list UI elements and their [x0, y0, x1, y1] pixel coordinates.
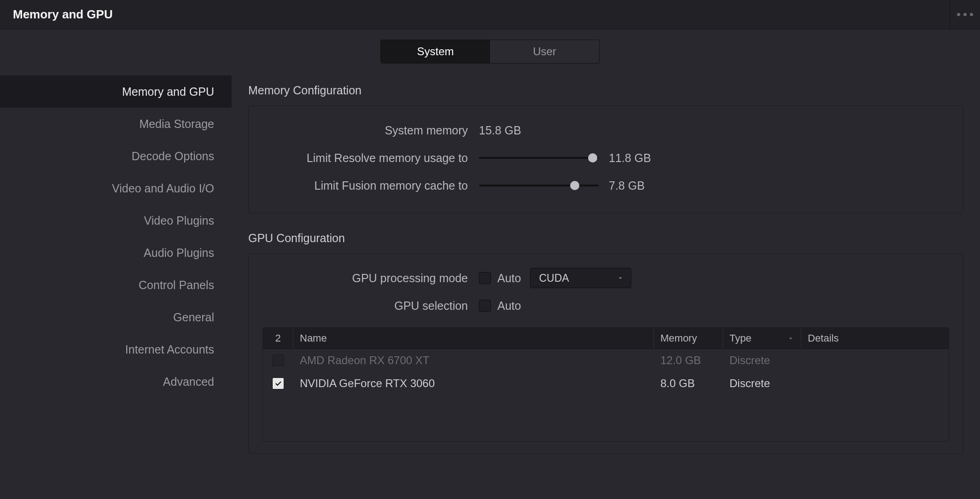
sidebar-item-label: Video Plugins [144, 214, 214, 227]
sidebar-item-label: Advanced [163, 375, 214, 389]
gpu-selection-row: GPU selection Auto [262, 293, 949, 318]
dot-icon [963, 13, 967, 16]
gpu-type-header-label: Type [729, 332, 752, 344]
chevron-down-icon [787, 335, 794, 342]
more-menu-button[interactable] [950, 0, 977, 29]
gpu-mode-select-value: CUDA [539, 272, 569, 284]
gpu-row-checkbox[interactable] [272, 354, 284, 366]
sidebar-item-label: Video and Audio I/O [112, 182, 214, 195]
main-content: Memory Configuration System memory 15.8 … [232, 73, 980, 499]
system-memory-label: System memory [262, 124, 479, 137]
gpu-mode-row: GPU processing mode Auto CUDA [262, 266, 949, 290]
sidebar-item-label: Internet Accounts [125, 343, 214, 356]
gpu-row-memory: 12.0 GB [654, 349, 723, 372]
gpu-row[interactable]: AMD Radeon RX 6700 XT 12.0 GB Discrete [263, 349, 949, 372]
sidebar-item-video-plugins[interactable]: Video Plugins [0, 204, 232, 237]
gpu-name-header[interactable]: Name [293, 328, 654, 348]
gpu-count-header: 2 [263, 328, 293, 348]
sidebar-item-control-panels[interactable]: Control Panels [0, 269, 232, 301]
sidebar-item-media-storage[interactable]: Media Storage [0, 108, 232, 140]
resolve-memory-slider[interactable] [479, 157, 599, 159]
gpu-memory-header[interactable]: Memory [654, 328, 723, 348]
dot-icon [957, 13, 960, 16]
titlebar: Memory and GPU [0, 0, 980, 29]
resolve-memory-label: Limit Resolve memory usage to [262, 151, 479, 165]
sidebar-item-audio-plugins[interactable]: Audio Plugins [0, 237, 232, 269]
fusion-memory-row: Limit Fusion memory cache to 7.8 GB [262, 173, 949, 198]
sidebar-item-label: Memory and GPU [122, 85, 214, 99]
sidebar-item-memory-and-gpu[interactable]: Memory and GPU [0, 75, 232, 108]
sidebar-item-label: Decode Options [132, 150, 214, 163]
gpu-table: 2 Name Memory Type Details [262, 327, 949, 441]
titlebar-title: Memory and GPU [13, 7, 113, 22]
memory-section-title: Memory Configuration [248, 84, 963, 97]
fusion-memory-slider[interactable] [479, 185, 599, 186]
gpu-section-title: GPU Configuration [248, 232, 963, 245]
gpu-mode-select[interactable]: CUDA [530, 268, 631, 288]
sidebar-item-decode-options[interactable]: Decode Options [0, 140, 232, 172]
gpu-selection-label: GPU selection [262, 299, 479, 313]
resolve-memory-value: 11.8 GB [609, 151, 651, 165]
sidebar-item-internet-accounts[interactable]: Internet Accounts [0, 333, 232, 366]
top-tabs: System User [380, 40, 600, 64]
gpu-mode-auto-checkbox[interactable] [479, 272, 491, 284]
gpu-row[interactable]: NVIDIA GeForce RTX 3060 8.0 GB Discrete [263, 372, 949, 395]
body: Memory and GPU Media Storage Decode Opti… [0, 73, 980, 499]
sidebar-item-video-and-audio-io[interactable]: Video and Audio I/O [0, 172, 232, 204]
sidebar-item-label: Control Panels [139, 279, 214, 292]
memory-panel: System memory 15.8 GB Limit Resolve memo… [248, 105, 963, 213]
gpu-row-details [801, 349, 949, 372]
dot-icon [970, 13, 973, 16]
gpu-selection-auto-checkbox[interactable] [479, 300, 491, 312]
gpu-type-header[interactable]: Type [723, 328, 801, 348]
gpu-table-header: 2 Name Memory Type Details [263, 328, 949, 349]
gpu-row-checkbox[interactable] [272, 377, 284, 389]
sidebar-item-label: General [173, 311, 214, 324]
chevron-down-icon [616, 274, 624, 282]
gpu-mode-auto-label: Auto [497, 272, 521, 285]
gpu-row-name: NVIDIA GeForce RTX 3060 [293, 372, 654, 395]
slider-thumb[interactable] [570, 181, 579, 190]
sidebar-item-general[interactable]: General [0, 301, 232, 333]
tab-system[interactable]: System [381, 40, 490, 63]
check-icon [274, 379, 282, 388]
sidebar-item-advanced[interactable]: Advanced [0, 366, 232, 398]
sidebar: Memory and GPU Media Storage Decode Opti… [0, 73, 232, 499]
tab-user[interactable]: User [490, 40, 599, 63]
fusion-memory-value: 7.8 GB [609, 179, 645, 192]
gpu-row-type: Discrete [723, 349, 801, 372]
sidebar-item-label: Media Storage [139, 117, 214, 131]
top-tabs-row: System User [0, 29, 980, 73]
sidebar-item-label: Audio Plugins [144, 246, 214, 260]
fusion-memory-label: Limit Fusion memory cache to [262, 179, 479, 192]
gpu-row-name: AMD Radeon RX 6700 XT [293, 349, 654, 372]
gpu-row-details [801, 372, 949, 395]
gpu-selection-auto-label: Auto [497, 299, 521, 313]
gpu-row-type: Discrete [723, 372, 801, 395]
slider-thumb[interactable] [588, 153, 597, 162]
gpu-table-body: AMD Radeon RX 6700 XT 12.0 GB Discrete N… [263, 349, 949, 441]
gpu-details-header[interactable]: Details [801, 328, 949, 348]
system-memory-row: System memory 15.8 GB [262, 118, 949, 143]
gpu-panel: GPU processing mode Auto CUDA GPU select… [248, 253, 963, 454]
gpu-mode-label: GPU processing mode [262, 272, 479, 285]
system-memory-value: 15.8 GB [479, 124, 521, 137]
resolve-memory-row: Limit Resolve memory usage to 11.8 GB [262, 145, 949, 170]
gpu-row-memory: 8.0 GB [654, 372, 723, 395]
